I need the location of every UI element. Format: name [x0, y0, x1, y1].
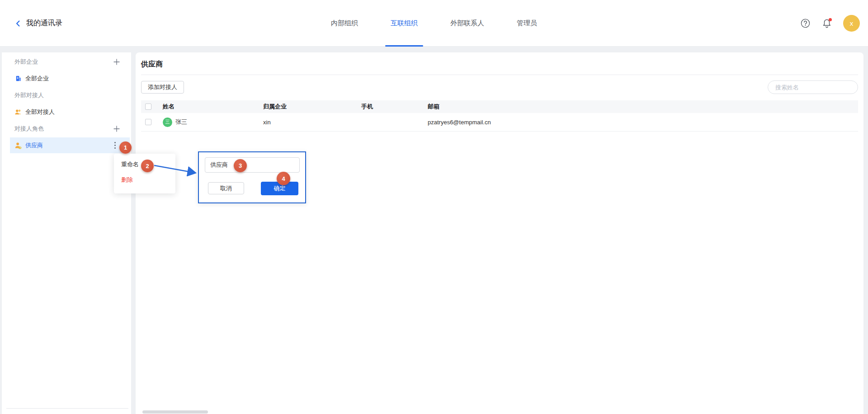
sidebar-section-label: 对接人角色 [14, 125, 44, 133]
add-role-button[interactable] [113, 125, 120, 132]
column-header-company: 归属企业 [263, 103, 361, 111]
user-avatar[interactable]: x [843, 15, 860, 32]
table-header: 姓名 归属企业 手机 邮箱 [141, 100, 858, 113]
column-header-email: 邮箱 [428, 103, 858, 111]
app-header: 我的通讯录 内部组织 互联组织 外部联系人 管理员 x [0, 0, 868, 47]
title-divider [141, 75, 858, 75]
content-title: 供应商 [141, 58, 858, 75]
step-badge-1: 1 [119, 141, 132, 154]
column-header-name: 姓名 [163, 103, 263, 111]
tab-interconnect-org[interactable]: 互联组织 [391, 0, 418, 47]
plus-icon [113, 125, 120, 132]
item-more-menu-button[interactable] [112, 142, 118, 149]
help-button[interactable] [800, 18, 811, 29]
rename-input[interactable] [205, 157, 300, 173]
notifications-button[interactable] [821, 18, 832, 29]
sidebar-section-label: 外部对接人 [14, 91, 44, 99]
select-all-checkbox[interactable] [145, 104, 151, 110]
step-badge-2: 2 [141, 160, 154, 172]
row-checkbox[interactable] [145, 119, 151, 125]
sidebar-item-all-contacts[interactable]: 全部对接人 [2, 104, 131, 120]
sidebar-section-contact-roles: 对接人角色 [2, 120, 131, 137]
horizontal-scrollbar-thumb[interactable] [142, 410, 208, 414]
add-company-button[interactable] [113, 58, 120, 66]
role-person-icon [14, 142, 22, 149]
main-panel: 供应商 添加对接人 姓名 归属企业 手机 邮箱 三 张三 xin pzatrye… [136, 52, 863, 414]
sidebar-item-supplier[interactable]: 供应商 [10, 137, 130, 153]
sidebar-item-label: 全部企业 [25, 75, 49, 83]
annotation-arrow [153, 161, 200, 176]
search-input[interactable] [775, 84, 855, 91]
step-badge-4: 4 [277, 172, 290, 185]
header-right: x [800, 0, 860, 47]
sidebar-section-label: 外部企业 [14, 58, 38, 66]
search-box [768, 80, 858, 94]
sidebar-item-label: 全部对接人 [25, 108, 55, 116]
cancel-button[interactable]: 取消 [208, 182, 244, 194]
sidebar-item-label: 供应商 [25, 141, 43, 150]
tab-external-contacts[interactable]: 外部联系人 [450, 0, 484, 47]
add-contact-button[interactable]: 添加对接人 [141, 81, 184, 94]
sidebar-section-external-company: 外部企业 [2, 53, 131, 70]
sidebar-section-external-contacts: 外部对接人 [2, 87, 131, 104]
sidebar-list: 外部企业 全部企业 外部对接人 [2, 52, 131, 153]
column-header-phone: 手机 [361, 103, 428, 111]
contact-avatar: 三 [163, 118, 172, 127]
cell-email: pzatryes6@tempmail.cn [428, 119, 858, 126]
tab-internal-org[interactable]: 内部组织 [331, 0, 358, 47]
top-tabs: 内部组织 互联组织 外部联系人 管理员 [0, 0, 868, 47]
notification-dot [829, 18, 832, 21]
cell-name: 张三 [175, 118, 187, 126]
help-icon [801, 19, 810, 28]
sidebar-footer-divider [6, 408, 128, 414]
plus-icon [113, 58, 120, 66]
cell-company: xin [263, 119, 361, 126]
people-icon [14, 108, 22, 116]
toolbar: 添加对接人 [141, 80, 858, 94]
building-icon [14, 75, 22, 82]
table-row[interactable]: 三 张三 xin pzatryes6@tempmail.cn [141, 113, 858, 132]
sidebar: 外部企业 全部企业 外部对接人 [2, 52, 131, 414]
step-badge-3: 3 [234, 159, 247, 172]
sidebar-item-all-companies[interactable]: 全部企业 [2, 70, 131, 87]
tab-admin[interactable]: 管理员 [517, 0, 537, 47]
